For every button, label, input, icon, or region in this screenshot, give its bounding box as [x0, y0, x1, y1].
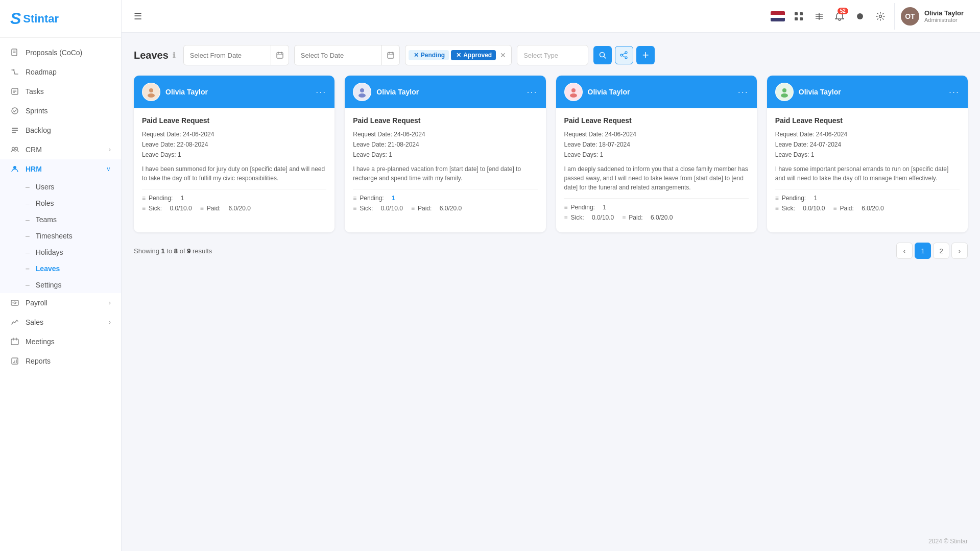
- tag-filter-container: ✕ Pending ✕ Approved ✕: [405, 45, 512, 65]
- pagination-prev[interactable]: ‹: [896, 243, 913, 259]
- sidebar-item-payroll[interactable]: Payroll ›: [0, 293, 121, 313]
- cards-grid: Olivia Taylor ··· Paid Leave Request Req…: [134, 76, 968, 232]
- sidebar-item-timesheets[interactable]: Timesheets: [26, 228, 121, 244]
- menu-button[interactable]: ☰: [132, 9, 144, 24]
- sidebar-item-roadmap[interactable]: Roadmap: [0, 62, 121, 82]
- sidebar-item-settings[interactable]: Settings: [26, 277, 121, 293]
- leave-days-label: Leave Days:: [142, 151, 176, 158]
- leave-days-field: Leave Days: 1: [775, 151, 960, 158]
- meetings-icon: [10, 337, 19, 346]
- from-date-calendar-icon[interactable]: [271, 45, 289, 65]
- card-header: Olivia Taylor ···: [556, 76, 757, 108]
- svg-point-3: [13, 69, 15, 71]
- sick-stat: ≡ Sick: 0.0/10.0: [142, 205, 192, 212]
- sidebar-item-leaves[interactable]: Leaves: [26, 260, 121, 277]
- svg-point-45: [620, 54, 623, 56]
- grid-button[interactable]: [812, 10, 826, 23]
- pagination-next[interactable]: ›: [951, 243, 968, 259]
- to-date-input[interactable]: [294, 45, 400, 65]
- svg-line-43: [604, 57, 606, 59]
- add-leave-button[interactable]: +: [636, 46, 655, 64]
- sidebar-nav: Proposals (CoCo) Roadmap Tasks Sprints B…: [0, 38, 121, 551]
- svg-rect-14: [11, 300, 18, 305]
- card-menu-button[interactable]: ···: [738, 87, 749, 98]
- card-user-name: Olivia Taylor: [799, 88, 944, 96]
- paid-icon: ≡: [200, 205, 204, 212]
- settings-button[interactable]: [874, 10, 887, 23]
- approved-filter-tag[interactable]: ✕ Approved: [451, 50, 496, 60]
- sidebar-item-proposals[interactable]: Proposals (CoCo): [0, 43, 121, 62]
- logo[interactable]: SStintar: [0, 0, 121, 38]
- share-button[interactable]: [615, 46, 633, 64]
- pending-stat: ≡ Pending: 1: [775, 195, 960, 202]
- sidebar-item-sales[interactable]: Sales ›: [0, 313, 121, 332]
- sidebar-item-users[interactable]: Users: [26, 179, 121, 195]
- stats-row: ≡ Sick: 0.0/10.0 ≡ Paid: 6.0/20.0: [353, 205, 537, 215]
- approved-tag-label: Approved: [463, 52, 492, 59]
- theme-button[interactable]: [853, 10, 867, 23]
- to-date-field[interactable]: [295, 52, 381, 59]
- showing-text: Showing 1 to 8 of 9 results: [134, 247, 212, 255]
- type-select[interactable]: Select Type: [517, 45, 588, 65]
- sidebar-item-sprints[interactable]: Sprints: [0, 101, 121, 121]
- sick-label: Sick:: [149, 205, 162, 212]
- header: ☰ 52 OT Olivia Taylor: [122, 0, 980, 33]
- svg-point-13: [15, 148, 18, 150]
- pending-label: Pending:: [149, 195, 173, 202]
- sidebar-item-reports[interactable]: Reports: [0, 351, 121, 371]
- svg-point-50: [148, 93, 155, 98]
- sidebar-item-meetings[interactable]: Meetings: [0, 332, 121, 351]
- sidebar-item-tasks[interactable]: Tasks: [0, 82, 121, 101]
- sidebar-item-hrm[interactable]: HRM ∨: [0, 159, 121, 179]
- card-description: I have been summoned for jury duty on [s…: [142, 164, 326, 183]
- leave-card: Olivia Taylor ··· Paid Leave Request Req…: [345, 76, 545, 232]
- pending-filter-tag[interactable]: ✕ Pending: [409, 50, 449, 60]
- sidebar-item-crm[interactable]: CRM ›: [0, 140, 121, 159]
- sick-icon: ≡: [142, 205, 146, 212]
- list-icon: ≡: [142, 195, 146, 202]
- approved-tag-close[interactable]: ✕: [456, 52, 461, 59]
- filter-row: ✕ Pending ✕ Approved ✕ Select Type: [183, 45, 968, 65]
- sidebar-item-payroll-label: Payroll: [26, 299, 47, 307]
- card-menu-button[interactable]: ···: [527, 87, 537, 98]
- user-text: Olivia Taylor Administrator: [924, 9, 964, 23]
- apps-button[interactable]: [792, 10, 805, 23]
- pending-stat: ≡ Pending: 1: [142, 195, 326, 202]
- doc-icon: [10, 48, 19, 57]
- leave-date-field: Leave Date: 22-08-2024: [142, 141, 326, 148]
- sidebar-item-teams[interactable]: Teams: [26, 211, 121, 228]
- card-description: I have some important personal errands t…: [775, 164, 960, 183]
- sidebar-item-backlog[interactable]: Backlog: [0, 121, 121, 140]
- user-info[interactable]: OT Olivia Taylor Administrator: [894, 3, 970, 30]
- pagination-page-2[interactable]: 2: [933, 243, 949, 259]
- card-menu-button[interactable]: ···: [949, 87, 960, 98]
- card-avatar: [353, 83, 371, 101]
- language-flag-icon[interactable]: [771, 11, 785, 21]
- filter-button[interactable]: [593, 46, 612, 64]
- from-date-field[interactable]: [184, 52, 271, 59]
- pending-tag-close[interactable]: ✕: [414, 52, 419, 59]
- sidebar-item-roles[interactable]: Roles: [26, 195, 121, 211]
- notification-button[interactable]: 52: [833, 10, 846, 23]
- timesheets-label: Timesheets: [36, 232, 73, 240]
- tags-clear-button[interactable]: ✕: [498, 51, 508, 59]
- main-area: ☰ 52 OT Olivia Taylor: [122, 0, 980, 551]
- svg-point-33: [879, 15, 881, 17]
- sidebar-item-tasks-label: Tasks: [26, 87, 44, 95]
- card-footer: ≡ Pending: 1 ≡ Sick: 0.0/10.0 ≡ Paid: 6.…: [775, 189, 960, 215]
- holidays-label: Holidays: [36, 248, 63, 256]
- request-date-field: Request Date: 24-06-2024: [142, 131, 326, 138]
- info-icon[interactable]: ℹ: [173, 51, 175, 59]
- from-date-input[interactable]: [183, 45, 289, 65]
- svg-point-55: [782, 88, 786, 92]
- to-date-calendar-icon[interactable]: [381, 45, 399, 65]
- svg-point-51: [360, 88, 364, 92]
- card-menu-button[interactable]: ···: [316, 87, 326, 98]
- type-select-placeholder: Select Type: [523, 52, 558, 59]
- pagination-page-1[interactable]: 1: [915, 243, 931, 259]
- sidebar-item-meetings-label: Meetings: [26, 338, 55, 346]
- svg-line-48: [623, 56, 625, 57]
- sidebar-item-holidays[interactable]: Holidays: [26, 244, 121, 260]
- sick-stat: ≡ Sick: 0.0/10.0: [353, 205, 403, 212]
- request-date-value: 24-06-2024: [183, 131, 214, 138]
